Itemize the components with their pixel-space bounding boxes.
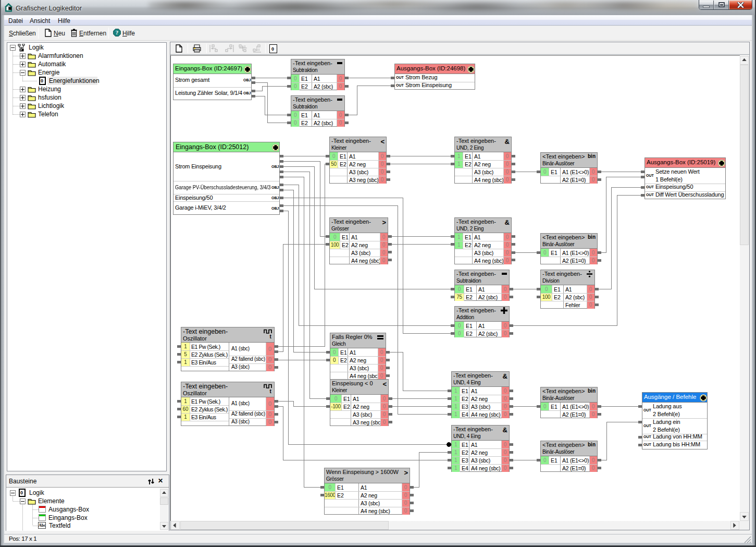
svg-text:t: t [270, 334, 272, 339]
svg-text:?: ? [116, 29, 119, 35]
svg-text:t: t [270, 388, 272, 394]
